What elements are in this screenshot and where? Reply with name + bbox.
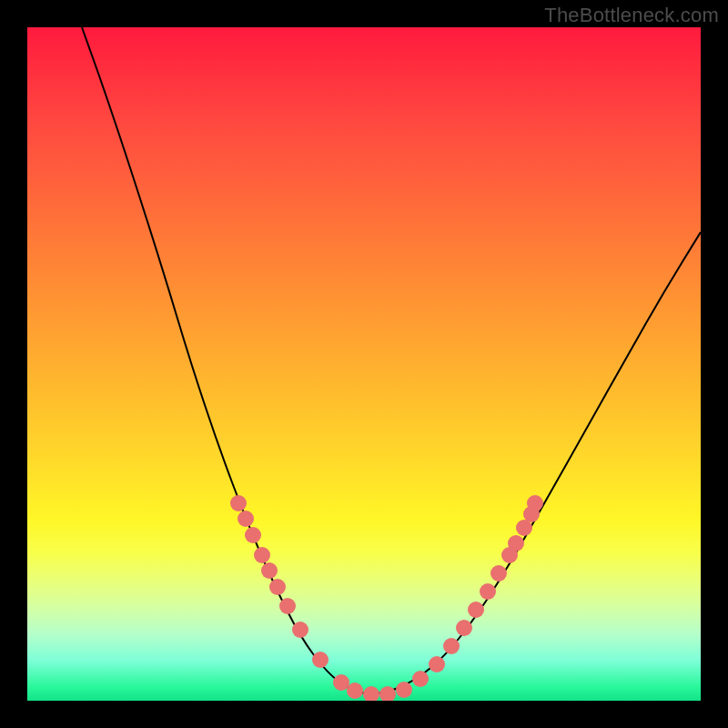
data-marker <box>443 638 460 654</box>
data-marker <box>254 547 270 563</box>
data-marker <box>347 682 363 699</box>
marker-group <box>230 495 543 701</box>
plot-area <box>27 27 701 701</box>
data-marker <box>238 511 254 527</box>
chart-svg <box>27 27 701 701</box>
watermark-text: TheBottleneck.com <box>544 4 719 27</box>
curve-group <box>82 27 701 694</box>
data-marker <box>396 682 412 698</box>
data-marker <box>312 652 329 668</box>
right-curve <box>369 232 701 694</box>
data-marker <box>508 535 524 551</box>
data-marker <box>379 686 396 701</box>
app-frame: TheBottleneck.com <box>0 0 728 728</box>
data-marker <box>480 583 496 600</box>
data-marker <box>245 527 261 543</box>
data-marker <box>292 622 308 638</box>
data-marker <box>468 602 484 618</box>
data-marker <box>269 579 286 595</box>
left-curve <box>82 27 369 694</box>
data-marker <box>527 495 543 511</box>
data-marker <box>429 656 445 672</box>
data-marker <box>363 686 379 701</box>
data-marker <box>333 674 349 691</box>
data-marker <box>490 565 507 581</box>
data-marker <box>261 562 278 579</box>
data-marker <box>230 495 247 511</box>
data-marker <box>456 620 472 636</box>
data-marker <box>412 671 429 687</box>
data-marker <box>279 598 296 614</box>
